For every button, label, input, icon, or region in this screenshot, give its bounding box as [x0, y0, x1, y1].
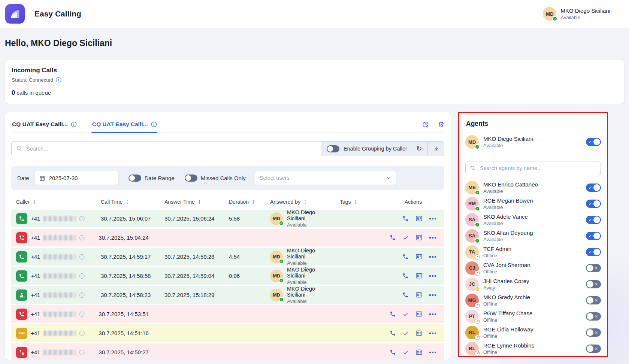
contact-card-icon[interactable] [415, 234, 423, 241]
contact-card-icon[interactable] [415, 272, 423, 279]
info-icon[interactable]: ⓘ [79, 216, 84, 221]
contact-card-icon[interactable] [415, 330, 423, 337]
table-row[interactable]: +41 ⓘ 30.7.2025, 14:51:16 [11, 324, 444, 342]
incoming-calls-card: Incoming Calls Status: Connected ⓘ 0 cal… [5, 60, 624, 104]
contact-card-icon[interactable] [415, 215, 423, 222]
agent-enabled-toggle[interactable]: ✕ [586, 264, 601, 272]
table-row[interactable]: +41 ⓘ 30.7.2025, 14:59:17 30.7.2025, 14:… [11, 248, 444, 266]
avatar: MD [270, 212, 283, 225]
caller-number-redacted [43, 254, 76, 260]
phone-icon[interactable] [402, 254, 409, 260]
check-icon[interactable] [403, 311, 409, 317]
agent-enabled-toggle[interactable]: ✕ [586, 345, 601, 353]
table-row[interactable]: +41 ⓘ 30.7.2025, 15:06:07 30.7.2025, 15:… [11, 210, 444, 227]
more-options-icon[interactable] [429, 352, 436, 353]
column-answered-by[interactable]: Answered by [265, 199, 335, 205]
more-options-icon[interactable] [429, 256, 436, 258]
agent-status: Available [483, 204, 581, 210]
info-icon[interactable]: ⓘ [79, 350, 84, 355]
info-icon[interactable]: ⓘ [79, 331, 84, 336]
missed-only-toggle[interactable] [185, 175, 197, 182]
agents-search-input[interactable] [479, 165, 596, 172]
answer-time: 30.7.2025, 14:59:04 [160, 273, 224, 279]
more-options-icon[interactable] [429, 275, 436, 277]
agent-enabled-toggle[interactable]: ✓ [586, 200, 601, 208]
table-row[interactable]: +41 ⓘ 30.7.2025, 14:50:27 [11, 343, 444, 360]
column-caller[interactable]: Caller [11, 199, 96, 205]
agent-name: RGE Megan Bowen [483, 197, 581, 204]
more-options-icon[interactable] [429, 218, 436, 219]
sort-icon[interactable] [353, 200, 358, 204]
phone-icon[interactable] [402, 273, 409, 279]
agent-name: JHI Charles Corey [483, 278, 581, 284]
table-row[interactable]: +41 ⓘ 30.7.2025, 14:58:23 30.7.2025, 15:… [11, 286, 444, 304]
phone-icon[interactable] [390, 234, 396, 241]
contact-card-icon[interactable] [415, 310, 423, 318]
phone-icon[interactable] [390, 311, 396, 317]
phone-icon[interactable] [402, 292, 409, 298]
column-tags[interactable]: Tags [335, 199, 394, 205]
sort-icon[interactable] [197, 200, 202, 204]
search-input[interactable] [25, 145, 316, 152]
column-call-time[interactable]: Call Time [96, 199, 160, 205]
agent-enabled-toggle[interactable]: ✕ [586, 312, 601, 321]
refresh-icon[interactable]: ↻ [416, 145, 422, 152]
agent-enabled-toggle[interactable]: ✕ [586, 328, 601, 337]
info-icon[interactable]: ⓘ [79, 273, 84, 279]
contact-card-icon[interactable] [415, 253, 423, 260]
avatar[interactable]: MD [543, 7, 556, 21]
call-time: 30.7.2025, 14:51:16 [94, 330, 156, 336]
check-icon[interactable] [403, 235, 409, 241]
select-users-dropdown[interactable]: Select users [255, 171, 396, 185]
agent-enabled-toggle[interactable]: ✓ [586, 248, 601, 256]
phone-icon[interactable] [390, 330, 396, 336]
rejected-call-icon [16, 347, 27, 358]
phone-icon[interactable] [390, 349, 396, 355]
contact-card-icon[interactable] [415, 291, 423, 298]
more-options-icon[interactable] [429, 237, 436, 239]
more-options-icon[interactable] [429, 333, 436, 334]
check-icon[interactable] [403, 349, 409, 355]
info-icon[interactable]: ⓘ [79, 254, 84, 260]
agent-enabled-toggle[interactable]: ✓ [586, 183, 601, 192]
info-icon[interactable]: ⓘ [71, 122, 76, 127]
sort-icon[interactable] [251, 200, 256, 204]
info-icon[interactable]: ⓘ [79, 312, 84, 317]
sort-icon[interactable] [32, 200, 37, 204]
table-row[interactable]: +41 ⓘ 30.7.2025, 14:53:51 [11, 305, 444, 323]
agent-enabled-toggle[interactable]: ✕ [586, 280, 601, 288]
top-bar: Easy Calling MD MKO Diego Siciliani Avai… [0, 0, 629, 28]
check-icon[interactable] [403, 330, 409, 336]
date-picker[interactable]: 2025-07-30 [34, 171, 118, 185]
duration: 5:58 [224, 215, 265, 222]
column-duration[interactable]: Duration [224, 199, 265, 205]
info-icon[interactable]: ⓘ [56, 77, 61, 83]
agent-enabled-toggle[interactable]: ✓ [586, 216, 601, 224]
tab-queue-2[interactable]: CQ UAT Easy Calli... ⓘ [91, 119, 157, 133]
duration: 0:06 [224, 273, 265, 279]
agent-enabled-toggle[interactable]: ✓ [586, 138, 601, 146]
agent-enabled-toggle[interactable]: ✓ [586, 232, 601, 240]
info-icon[interactable]: ⓘ [151, 122, 157, 127]
more-options-icon[interactable] [429, 313, 436, 315]
grouping-label: Enable Grouping by Caller [344, 146, 407, 152]
phone-icon[interactable] [402, 215, 409, 222]
tab-queue-1[interactable]: CQ UAT Easy Calli... ⓘ [11, 119, 77, 133]
column-answer-time[interactable]: Answer Time [160, 199, 224, 205]
info-icon[interactable]: ⓘ [79, 292, 84, 298]
avatar: MD [270, 270, 283, 282]
user-menu[interactable]: MD MKO Diego Siciliani Available [543, 7, 610, 21]
grouping-toggle[interactable] [327, 145, 339, 152]
table-row[interactable]: +41 ⓘ 30.7.2025, 15:04:24 [11, 229, 444, 246]
date-range-toggle[interactable] [128, 175, 141, 182]
more-options-icon[interactable] [429, 294, 436, 296]
contact-card-icon[interactable] [415, 349, 423, 356]
statistics-icon[interactable] [422, 121, 429, 128]
export-button[interactable] [428, 141, 444, 156]
info-icon[interactable]: ⓘ [79, 235, 84, 240]
table-row[interactable]: +41 ⓘ 30.7.2025, 14:58:58 30.7.2025, 14:… [11, 267, 444, 285]
settings-gear-icon[interactable]: ⚙ [438, 121, 444, 128]
sort-icon[interactable] [125, 200, 130, 204]
sort-icon[interactable] [303, 200, 308, 204]
agent-enabled-toggle[interactable]: ✕ [586, 296, 601, 304]
